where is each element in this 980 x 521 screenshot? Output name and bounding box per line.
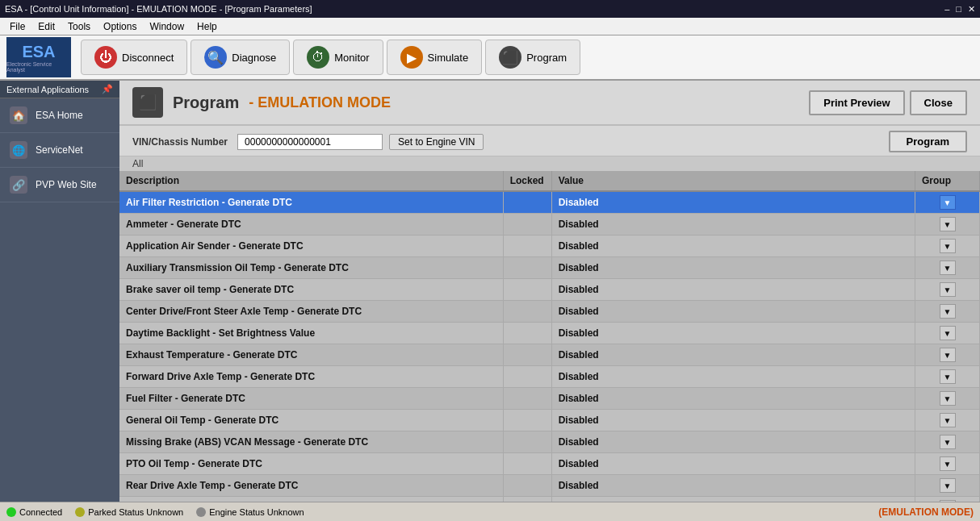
parked-dot	[75, 507, 85, 517]
table-row[interactable]: General Oil Temp - Generate DTCDisabled▼	[119, 410, 980, 431]
sidebar: External Applications 📌 🏠 ESA Home 🌐 Ser…	[0, 81, 119, 502]
table-row[interactable]: Missing Brake (ABS) VCAN Message - Gener…	[119, 431, 980, 453]
dropdown-arrow-icon[interactable]: ▼	[940, 195, 956, 210]
dropdown-arrow-icon[interactable]: ▼	[940, 304, 956, 319]
cell-group[interactable]: ▼	[915, 235, 980, 257]
sidebar-item-pvp[interactable]: 🔗 PVP Web Site	[0, 168, 119, 202]
cell-group[interactable]: ▼	[915, 431, 980, 453]
cell-group[interactable]: ▼	[915, 323, 980, 344]
title-bar: ESA - [Control Unit Information] - EMULA…	[0, 0, 980, 18]
table-row[interactable]: Rear Drive Axle Temp - Generate DTCDisab…	[119, 475, 980, 497]
menu-edit[interactable]: Edit	[31, 19, 61, 34]
col-group: Group	[915, 171, 980, 191]
simulate-icon: ▶	[400, 46, 423, 69]
menu-options[interactable]: Options	[97, 19, 143, 34]
maximize-btn[interactable]: □	[956, 4, 961, 15]
sidebar-item-esa-home[interactable]: 🏠 ESA Home	[0, 98, 119, 133]
table-row[interactable]: Ammeter - Generate DTCDisabled▼	[119, 214, 980, 235]
disconnect-button[interactable]: ⏻ Disconnect	[81, 40, 187, 75]
cell-group[interactable]: ▼	[915, 410, 980, 431]
dropdown-arrow-icon[interactable]: ▼	[940, 456, 956, 471]
diagnose-button[interactable]: 🔍 Diagnose	[191, 40, 290, 75]
cell-description: Rear Drive Axle Temp - Generate DTC	[119, 475, 503, 497]
cell-description: Exhaust Temperature - Generate DTC	[119, 344, 503, 366]
cell-description: Auxiliary Transmission Oil Temp - Genera…	[119, 257, 503, 279]
cell-locked	[503, 410, 551, 431]
cell-value: Disabled	[551, 410, 915, 431]
cell-group[interactable]: ▼	[915, 475, 980, 497]
cell-group[interactable]: ▼	[915, 344, 980, 366]
cell-value: Disabled	[551, 235, 915, 257]
parameters-table-wrapper[interactable]: Description Locked Value Group Air Filte…	[119, 171, 980, 502]
cell-locked	[503, 235, 551, 257]
close-button[interactable]: Close	[910, 90, 967, 115]
cell-value: Disabled	[551, 453, 915, 475]
table-row[interactable]: Fuel Filter - Generate DTCDisabled▼	[119, 388, 980, 410]
dropdown-arrow-icon[interactable]: ▼	[940, 500, 956, 502]
simulate-button[interactable]: ▶ Simulate	[387, 40, 483, 75]
menu-tools[interactable]: Tools	[61, 19, 97, 34]
table-row[interactable]: Application Air Sender - Generate DTCDis…	[119, 235, 980, 257]
menu-window[interactable]: Window	[143, 19, 191, 34]
table-row[interactable]: Air Filter Restriction - Generate DTCDis…	[119, 191, 980, 214]
cell-locked	[503, 431, 551, 453]
connected-dot	[6, 507, 16, 517]
cell-group[interactable]: ▼	[915, 279, 980, 301]
dropdown-arrow-icon[interactable]: ▼	[940, 217, 956, 231]
cell-locked	[503, 301, 551, 323]
dropdown-arrow-icon[interactable]: ▼	[940, 348, 956, 362]
menu-bar: File Edit Tools Options Window Help	[0, 18, 980, 35]
cell-locked	[503, 279, 551, 301]
dropdown-arrow-icon[interactable]: ▼	[940, 282, 956, 297]
cell-locked	[503, 191, 551, 214]
program-icon: ⬛	[499, 46, 521, 69]
dropdown-arrow-icon[interactable]: ▼	[940, 260, 956, 275]
cell-group[interactable]: ▼	[915, 257, 980, 279]
table-row[interactable]: PTO Oil Temp - Generate DTCDisabled▼	[119, 453, 980, 475]
content-area: ⬛ Program - EMULATION MODE Print Preview…	[119, 81, 980, 502]
sidebar-item-servicenet[interactable]: 🌐 ServiceNet	[0, 133, 119, 168]
dropdown-arrow-icon[interactable]: ▼	[940, 413, 956, 427]
program-action-button[interactable]: Program	[889, 131, 967, 152]
cell-group[interactable]: ▼	[915, 301, 980, 323]
dropdown-arrow-icon[interactable]: ▼	[940, 435, 956, 449]
cell-value: Disabled	[551, 366, 915, 388]
dropdown-arrow-icon[interactable]: ▼	[940, 239, 956, 253]
menu-help[interactable]: Help	[191, 19, 224, 34]
sidebar-pin-icon[interactable]: 📌	[102, 84, 113, 94]
table-row[interactable]: Center Drive/Front Steer Axle Temp - Gen…	[119, 301, 980, 323]
table-row[interactable]: Secondary Fuel - Generate DTCDisabled▼	[119, 497, 980, 502]
program-title-section: ⬛ Program - EMULATION MODE	[132, 87, 391, 118]
dropdown-arrow-icon[interactable]: ▼	[940, 326, 956, 340]
print-preview-button[interactable]: Print Preview	[809, 90, 904, 115]
cell-group[interactable]: ▼	[915, 214, 980, 235]
cell-group[interactable]: ▼	[915, 453, 980, 475]
menu-file[interactable]: File	[3, 19, 31, 34]
close-window-btn[interactable]: ✕	[968, 4, 975, 15]
table-row[interactable]: Exhaust Temperature - Generate DTCDisabl…	[119, 344, 980, 366]
set-to-engine-vin-button[interactable]: Set to Engine VIN	[389, 134, 484, 150]
status-bar: Connected Parked Status Unknown Engine S…	[0, 502, 980, 521]
cell-description: Air Filter Restriction - Generate DTC	[119, 191, 503, 214]
cell-group[interactable]: ▼	[915, 497, 980, 502]
cell-locked	[503, 344, 551, 366]
table-row[interactable]: Auxiliary Transmission Oil Temp - Genera…	[119, 257, 980, 279]
title-bar-text: ESA - [Control Unit Information] - EMULA…	[5, 4, 312, 14]
pvp-icon: 🔗	[10, 176, 27, 194]
dropdown-arrow-icon[interactable]: ▼	[940, 478, 956, 493]
cell-group[interactable]: ▼	[915, 191, 980, 214]
monitor-button[interactable]: ⏱ Monitor	[293, 40, 383, 75]
vin-input[interactable]	[237, 134, 383, 150]
minimize-btn[interactable]: –	[944, 4, 949, 15]
program-button[interactable]: ⬛ Program	[485, 40, 580, 75]
parked-status: Parked Status Unknown	[75, 507, 183, 517]
table-row[interactable]: Daytime Backlight - Set Brightness Value…	[119, 323, 980, 344]
table-row[interactable]: Brake saver oil temp - Generate DTCDisab…	[119, 279, 980, 301]
table-row[interactable]: Forward Drive Axle Temp - Generate DTCDi…	[119, 366, 980, 388]
cell-description: Brake saver oil temp - Generate DTC	[119, 279, 503, 301]
dropdown-arrow-icon[interactable]: ▼	[940, 391, 956, 406]
dropdown-arrow-icon[interactable]: ▼	[940, 369, 956, 384]
cell-group[interactable]: ▼	[915, 388, 980, 410]
cell-group[interactable]: ▼	[915, 366, 980, 388]
sidebar-header: External Applications 📌	[0, 81, 119, 98]
